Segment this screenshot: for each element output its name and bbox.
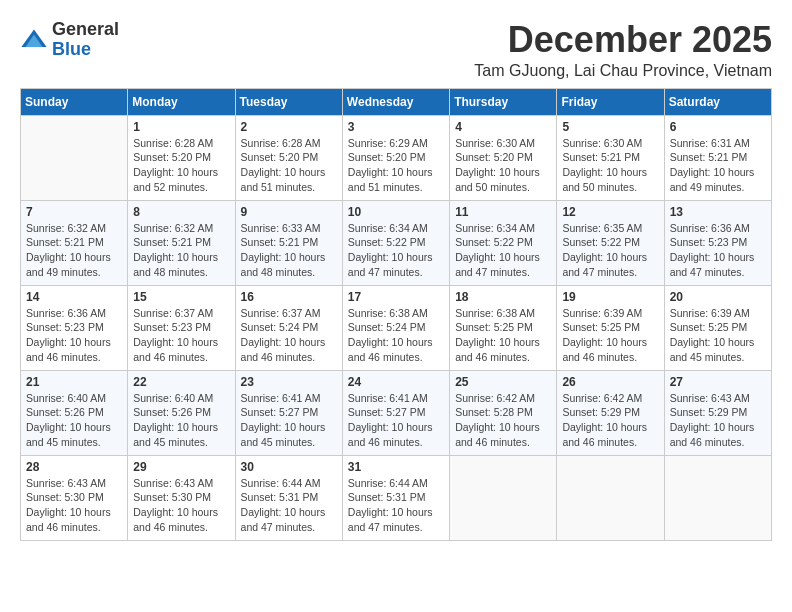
day-number: 7	[26, 205, 122, 219]
day-info: Sunrise: 6:32 AM Sunset: 5:21 PM Dayligh…	[26, 221, 122, 280]
calendar-cell: 21Sunrise: 6:40 AM Sunset: 5:26 PM Dayli…	[21, 370, 128, 455]
calendar-cell: 1Sunrise: 6:28 AM Sunset: 5:20 PM Daylig…	[128, 115, 235, 200]
calendar-week-row: 7Sunrise: 6:32 AM Sunset: 5:21 PM Daylig…	[21, 200, 772, 285]
logo: General Blue	[20, 20, 119, 60]
day-number: 16	[241, 290, 337, 304]
calendar-cell: 15Sunrise: 6:37 AM Sunset: 5:23 PM Dayli…	[128, 285, 235, 370]
day-number: 29	[133, 460, 229, 474]
day-number: 24	[348, 375, 444, 389]
day-info: Sunrise: 6:41 AM Sunset: 5:27 PM Dayligh…	[241, 391, 337, 450]
day-number: 10	[348, 205, 444, 219]
day-number: 26	[562, 375, 658, 389]
calendar-week-row: 14Sunrise: 6:36 AM Sunset: 5:23 PM Dayli…	[21, 285, 772, 370]
logo-text: General Blue	[52, 20, 119, 60]
calendar-week-row: 21Sunrise: 6:40 AM Sunset: 5:26 PM Dayli…	[21, 370, 772, 455]
day-number: 23	[241, 375, 337, 389]
day-info: Sunrise: 6:28 AM Sunset: 5:20 PM Dayligh…	[133, 136, 229, 195]
day-info: Sunrise: 6:36 AM Sunset: 5:23 PM Dayligh…	[26, 306, 122, 365]
column-header-thursday: Thursday	[450, 88, 557, 115]
calendar-cell: 12Sunrise: 6:35 AM Sunset: 5:22 PM Dayli…	[557, 200, 664, 285]
column-header-monday: Monday	[128, 88, 235, 115]
day-info: Sunrise: 6:30 AM Sunset: 5:20 PM Dayligh…	[455, 136, 551, 195]
day-info: Sunrise: 6:32 AM Sunset: 5:21 PM Dayligh…	[133, 221, 229, 280]
column-header-sunday: Sunday	[21, 88, 128, 115]
day-number: 22	[133, 375, 229, 389]
calendar-cell: 16Sunrise: 6:37 AM Sunset: 5:24 PM Dayli…	[235, 285, 342, 370]
day-number: 28	[26, 460, 122, 474]
calendar-cell: 14Sunrise: 6:36 AM Sunset: 5:23 PM Dayli…	[21, 285, 128, 370]
day-info: Sunrise: 6:31 AM Sunset: 5:21 PM Dayligh…	[670, 136, 766, 195]
calendar-cell: 11Sunrise: 6:34 AM Sunset: 5:22 PM Dayli…	[450, 200, 557, 285]
day-number: 4	[455, 120, 551, 134]
page-header: General Blue December 2025 Tam GJuong, L…	[20, 20, 772, 80]
calendar-cell: 25Sunrise: 6:42 AM Sunset: 5:28 PM Dayli…	[450, 370, 557, 455]
day-info: Sunrise: 6:40 AM Sunset: 5:26 PM Dayligh…	[26, 391, 122, 450]
calendar-cell	[557, 455, 664, 540]
day-number: 20	[670, 290, 766, 304]
day-number: 11	[455, 205, 551, 219]
day-number: 9	[241, 205, 337, 219]
day-info: Sunrise: 6:37 AM Sunset: 5:23 PM Dayligh…	[133, 306, 229, 365]
calendar-cell: 23Sunrise: 6:41 AM Sunset: 5:27 PM Dayli…	[235, 370, 342, 455]
day-number: 30	[241, 460, 337, 474]
day-info: Sunrise: 6:34 AM Sunset: 5:22 PM Dayligh…	[348, 221, 444, 280]
day-info: Sunrise: 6:42 AM Sunset: 5:28 PM Dayligh…	[455, 391, 551, 450]
day-number: 25	[455, 375, 551, 389]
calendar-cell: 28Sunrise: 6:43 AM Sunset: 5:30 PM Dayli…	[21, 455, 128, 540]
day-info: Sunrise: 6:38 AM Sunset: 5:24 PM Dayligh…	[348, 306, 444, 365]
calendar-week-row: 28Sunrise: 6:43 AM Sunset: 5:30 PM Dayli…	[21, 455, 772, 540]
calendar-week-row: 1Sunrise: 6:28 AM Sunset: 5:20 PM Daylig…	[21, 115, 772, 200]
calendar-cell: 9Sunrise: 6:33 AM Sunset: 5:21 PM Daylig…	[235, 200, 342, 285]
day-info: Sunrise: 6:36 AM Sunset: 5:23 PM Dayligh…	[670, 221, 766, 280]
column-header-tuesday: Tuesday	[235, 88, 342, 115]
day-info: Sunrise: 6:35 AM Sunset: 5:22 PM Dayligh…	[562, 221, 658, 280]
day-info: Sunrise: 6:40 AM Sunset: 5:26 PM Dayligh…	[133, 391, 229, 450]
column-header-friday: Friday	[557, 88, 664, 115]
calendar-cell: 13Sunrise: 6:36 AM Sunset: 5:23 PM Dayli…	[664, 200, 771, 285]
day-number: 27	[670, 375, 766, 389]
calendar-cell: 2Sunrise: 6:28 AM Sunset: 5:20 PM Daylig…	[235, 115, 342, 200]
day-number: 14	[26, 290, 122, 304]
calendar-cell: 6Sunrise: 6:31 AM Sunset: 5:21 PM Daylig…	[664, 115, 771, 200]
day-number: 5	[562, 120, 658, 134]
day-number: 6	[670, 120, 766, 134]
calendar-cell: 29Sunrise: 6:43 AM Sunset: 5:30 PM Dayli…	[128, 455, 235, 540]
calendar-cell	[450, 455, 557, 540]
calendar-cell: 17Sunrise: 6:38 AM Sunset: 5:24 PM Dayli…	[342, 285, 449, 370]
logo-icon	[20, 26, 48, 54]
title-block: December 2025 Tam GJuong, Lai Chau Provi…	[474, 20, 772, 80]
day-number: 31	[348, 460, 444, 474]
day-number: 21	[26, 375, 122, 389]
calendar-cell: 4Sunrise: 6:30 AM Sunset: 5:20 PM Daylig…	[450, 115, 557, 200]
calendar-cell: 18Sunrise: 6:38 AM Sunset: 5:25 PM Dayli…	[450, 285, 557, 370]
day-info: Sunrise: 6:33 AM Sunset: 5:21 PM Dayligh…	[241, 221, 337, 280]
day-info: Sunrise: 6:37 AM Sunset: 5:24 PM Dayligh…	[241, 306, 337, 365]
calendar-cell: 3Sunrise: 6:29 AM Sunset: 5:20 PM Daylig…	[342, 115, 449, 200]
day-number: 13	[670, 205, 766, 219]
day-number: 17	[348, 290, 444, 304]
calendar-cell: 22Sunrise: 6:40 AM Sunset: 5:26 PM Dayli…	[128, 370, 235, 455]
day-info: Sunrise: 6:34 AM Sunset: 5:22 PM Dayligh…	[455, 221, 551, 280]
day-number: 15	[133, 290, 229, 304]
day-number: 18	[455, 290, 551, 304]
calendar-cell: 24Sunrise: 6:41 AM Sunset: 5:27 PM Dayli…	[342, 370, 449, 455]
calendar-cell: 8Sunrise: 6:32 AM Sunset: 5:21 PM Daylig…	[128, 200, 235, 285]
calendar-cell: 10Sunrise: 6:34 AM Sunset: 5:22 PM Dayli…	[342, 200, 449, 285]
calendar-cell: 19Sunrise: 6:39 AM Sunset: 5:25 PM Dayli…	[557, 285, 664, 370]
calendar-subtitle: Tam GJuong, Lai Chau Province, Vietnam	[474, 62, 772, 80]
day-number: 1	[133, 120, 229, 134]
day-number: 19	[562, 290, 658, 304]
day-info: Sunrise: 6:44 AM Sunset: 5:31 PM Dayligh…	[241, 476, 337, 535]
day-info: Sunrise: 6:39 AM Sunset: 5:25 PM Dayligh…	[670, 306, 766, 365]
day-number: 3	[348, 120, 444, 134]
column-header-saturday: Saturday	[664, 88, 771, 115]
calendar-cell: 5Sunrise: 6:30 AM Sunset: 5:21 PM Daylig…	[557, 115, 664, 200]
day-number: 8	[133, 205, 229, 219]
column-header-wednesday: Wednesday	[342, 88, 449, 115]
day-info: Sunrise: 6:38 AM Sunset: 5:25 PM Dayligh…	[455, 306, 551, 365]
day-info: Sunrise: 6:44 AM Sunset: 5:31 PM Dayligh…	[348, 476, 444, 535]
day-info: Sunrise: 6:39 AM Sunset: 5:25 PM Dayligh…	[562, 306, 658, 365]
day-number: 12	[562, 205, 658, 219]
calendar-cell	[664, 455, 771, 540]
day-info: Sunrise: 6:30 AM Sunset: 5:21 PM Dayligh…	[562, 136, 658, 195]
